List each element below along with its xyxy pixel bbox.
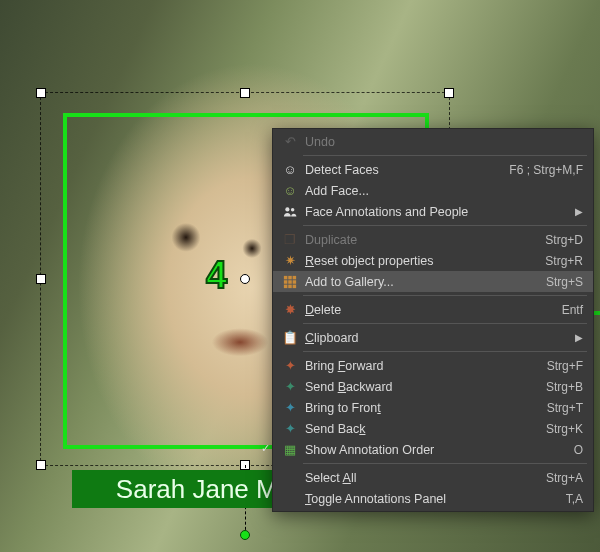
- svg-rect-7: [293, 280, 297, 284]
- send-backward-icon: ✦: [279, 379, 301, 394]
- menu-label: Face Annotations and People: [301, 205, 569, 219]
- clipboard-icon: 📋: [279, 330, 301, 345]
- bring-to-front-icon: ✦: [279, 400, 301, 415]
- menu-shortcut: Strg+S: [546, 275, 583, 289]
- undo-icon: ↶: [279, 134, 301, 149]
- gear-icon: ✷: [279, 253, 301, 268]
- menu-item-detect-faces[interactable]: ☺ Detect Faces F6 ; Strg+M,F: [273, 159, 593, 180]
- menu-item-undo: ↶ Undo: [273, 131, 593, 152]
- submenu-arrow-icon: ▶: [569, 332, 583, 343]
- menu-label: Undo: [301, 135, 583, 149]
- svg-rect-6: [288, 280, 292, 284]
- menu-item-show-annotation-order[interactable]: ▦ Show Annotation Order O: [273, 439, 593, 460]
- rotation-handle[interactable]: [240, 530, 250, 540]
- menu-label: Bring Forward: [301, 359, 547, 373]
- menu-label: Toggle Annotations Panel: [301, 492, 566, 506]
- selection-center-handle[interactable]: [240, 274, 250, 284]
- add-face-icon: ☺: [279, 183, 301, 198]
- svg-rect-9: [288, 284, 292, 288]
- menu-shortcut: Strg+T: [547, 401, 583, 415]
- svg-rect-3: [288, 275, 292, 279]
- menu-item-add-face[interactable]: ☺ Add Face...: [273, 180, 593, 201]
- menu-label: Reset object properties: [301, 254, 545, 268]
- context-menu: ↶ Undo ☺ Detect Faces F6 ; Strg+M,F ☺ Ad…: [272, 128, 594, 512]
- menu-shortcut: Strg+B: [546, 380, 583, 394]
- menu-item-duplicate: ❐ Duplicate Strg+D: [273, 229, 593, 250]
- delete-icon: ✸: [279, 302, 301, 317]
- resize-handle-top-right[interactable]: [444, 88, 454, 98]
- menu-separator: [303, 155, 587, 156]
- menu-separator: [303, 323, 587, 324]
- menu-shortcut: Strg+A: [546, 471, 583, 485]
- menu-shortcut: Entf: [562, 303, 583, 317]
- people-icon: [279, 205, 301, 219]
- svg-rect-8: [284, 284, 288, 288]
- menu-item-reset-properties[interactable]: ✷ Reset object properties Strg+R: [273, 250, 593, 271]
- duplicate-icon: ❐: [279, 232, 301, 247]
- menu-label: Show Annotation Order: [301, 443, 574, 457]
- menu-shortcut: F6 ; Strg+M,F: [509, 163, 583, 177]
- menu-label: Delete: [301, 303, 562, 317]
- menu-label: Send Backward: [301, 380, 546, 394]
- menu-label: Select All: [301, 471, 546, 485]
- annotation-order-icon: ▦: [279, 442, 301, 457]
- resize-handle-top-left[interactable]: [36, 88, 46, 98]
- menu-item-toggle-annotations-panel[interactable]: Toggle Annotations Panel T,A: [273, 488, 593, 509]
- menu-label: Duplicate: [301, 233, 545, 247]
- menu-shortcut: Strg+D: [545, 233, 583, 247]
- menu-separator: [303, 351, 587, 352]
- menu-label: Bring to Front: [301, 401, 547, 415]
- menu-label: Add to Gallery...: [301, 275, 546, 289]
- menu-shortcut: O: [574, 443, 583, 457]
- menu-shortcut: Strg+F: [547, 359, 583, 373]
- menu-shortcut: Strg+K: [546, 422, 583, 436]
- svg-rect-5: [284, 280, 288, 284]
- menu-item-add-to-gallery[interactable]: Add to Gallery... Strg+S: [273, 271, 593, 292]
- menu-shortcut: Strg+R: [545, 254, 583, 268]
- menu-item-clipboard[interactable]: 📋 Clipboard ▶: [273, 327, 593, 348]
- svg-rect-2: [284, 275, 288, 279]
- menu-item-send-backward[interactable]: ✦ Send Backward Strg+B: [273, 376, 593, 397]
- menu-separator: [303, 225, 587, 226]
- menu-shortcut: T,A: [566, 492, 583, 506]
- menu-label: Send Back: [301, 422, 546, 436]
- menu-item-face-annotations-people[interactable]: Face Annotations and People ▶: [273, 201, 593, 222]
- menu-label: Add Face...: [301, 184, 583, 198]
- menu-item-bring-forward[interactable]: ✦ Bring Forward Strg+F: [273, 355, 593, 376]
- send-back-icon: ✦: [279, 421, 301, 436]
- svg-point-0: [285, 207, 289, 211]
- menu-separator: [303, 295, 587, 296]
- menu-separator: [303, 463, 587, 464]
- svg-rect-4: [293, 275, 297, 279]
- menu-label: Clipboard: [301, 331, 569, 345]
- svg-point-1: [291, 208, 295, 212]
- menu-item-send-back[interactable]: ✦ Send Back Strg+K: [273, 418, 593, 439]
- gallery-icon: [279, 275, 301, 289]
- svg-rect-10: [293, 284, 297, 288]
- bring-forward-icon: ✦: [279, 358, 301, 373]
- resize-handle-middle-left[interactable]: [36, 274, 46, 284]
- menu-item-select-all[interactable]: Select All Strg+A: [273, 467, 593, 488]
- menu-item-delete[interactable]: ✸ Delete Entf: [273, 299, 593, 320]
- face-icon: ☺: [279, 162, 301, 177]
- submenu-arrow-icon: ▶: [569, 206, 583, 217]
- resize-handle-bottom-left[interactable]: [36, 460, 46, 470]
- menu-item-bring-to-front[interactable]: ✦ Bring to Front Strg+T: [273, 397, 593, 418]
- resize-handle-top-middle[interactable]: [240, 88, 250, 98]
- menu-label: Detect Faces: [301, 163, 509, 177]
